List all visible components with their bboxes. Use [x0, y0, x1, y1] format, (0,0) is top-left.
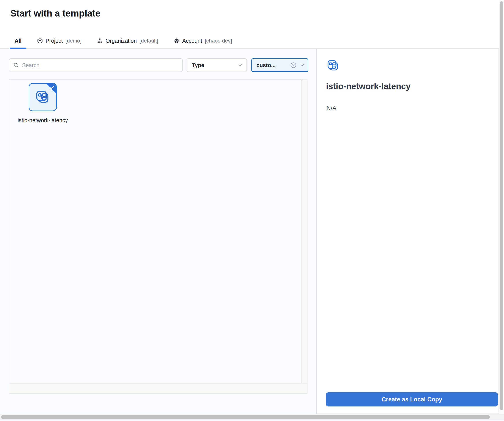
- template-card-tile[interactable]: [29, 83, 57, 111]
- cube-icon: [37, 38, 43, 44]
- template-browser-panel: Type custo...: [0, 49, 316, 414]
- layers-icon: [174, 38, 180, 44]
- scope-filter-value: custo...: [256, 62, 288, 68]
- page-horizontal-scrollbar-thumb[interactable]: [1, 415, 490, 419]
- type-filter-label: Type: [192, 62, 204, 68]
- template-grid: istio-network-latency: [9, 79, 301, 384]
- scope-tabs: All Project [demo]: [10, 33, 237, 49]
- search-box: [9, 58, 183, 72]
- template-icon: [327, 59, 339, 72]
- tab-label: Account: [182, 38, 202, 44]
- scope-filter-dropdown[interactable]: custo...: [251, 58, 308, 72]
- grid-vertical-scrollbar-track: [301, 79, 307, 384]
- hierarchy-icon: [97, 38, 103, 44]
- grid-horizontal-scrollbar-track: [9, 383, 307, 394]
- page-horizontal-scrollbar: [0, 414, 504, 420]
- active-tab-underline: [10, 47, 26, 49]
- template-detail-description: N/A: [326, 105, 336, 112]
- tab-account[interactable]: Account [chaos-dev]: [169, 33, 237, 49]
- tab-label: Organization: [106, 38, 137, 44]
- tab-all[interactable]: All: [10, 33, 26, 49]
- tab-organization[interactable]: Organization [default]: [92, 33, 163, 49]
- page-vertical-scrollbar-thumb[interactable]: [500, 1, 503, 410]
- type-filter-dropdown[interactable]: Type: [186, 58, 247, 72]
- tab-label: Project: [46, 38, 63, 44]
- page-title: Start with a template: [10, 8, 101, 19]
- page-bottom-bar: [0, 414, 504, 421]
- search-input[interactable]: [22, 62, 178, 68]
- filter-row: Type custo...: [0, 58, 316, 72]
- chevron-down-icon: [299, 62, 305, 68]
- template-card-istio-network-latency[interactable]: istio-network-latency: [15, 83, 71, 125]
- chevron-down-icon: [237, 62, 243, 68]
- template-detail-title: istio-network-latency: [326, 82, 411, 91]
- search-icon: [13, 62, 19, 68]
- clear-circle-icon[interactable]: [290, 61, 297, 69]
- create-as-local-copy-button[interactable]: Create as Local Copy: [326, 392, 498, 406]
- page-vertical-scrollbar: [499, 0, 504, 414]
- tab-project[interactable]: Project [demo]: [32, 33, 86, 49]
- start-with-template-dialog: Start with a template All Project [demo]: [0, 0, 504, 421]
- tab-scope-badge: [demo]: [66, 38, 82, 44]
- tab-label: All: [15, 38, 22, 44]
- header: Start with a template All Project [demo]: [0, 0, 504, 49]
- tab-scope-badge: [default]: [139, 38, 158, 44]
- template-card-name: istio-network-latency: [16, 116, 70, 125]
- check-icon: [50, 85, 55, 90]
- tab-scope-badge: [chaos-dev]: [205, 38, 232, 44]
- template-details-panel: istio-network-latency N/A Create as Loca…: [317, 49, 499, 414]
